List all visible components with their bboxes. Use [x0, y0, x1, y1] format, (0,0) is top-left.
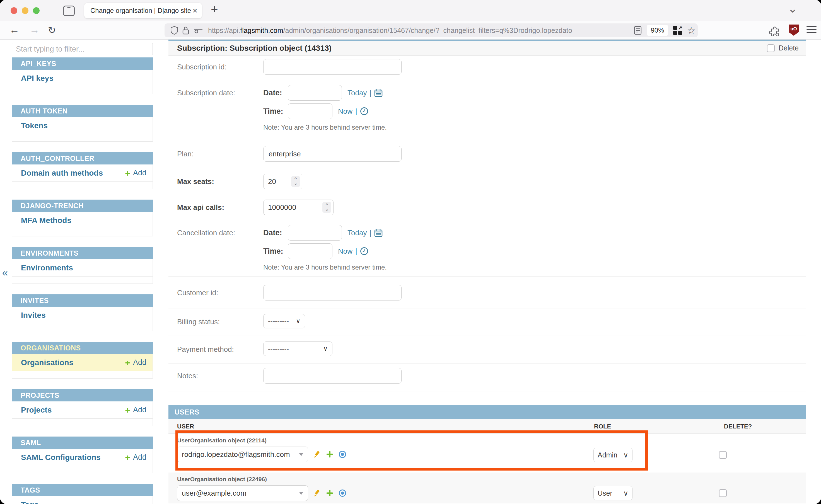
- edit-pencil-icon[interactable]: [312, 489, 321, 497]
- customer-id-input[interactable]: [263, 285, 401, 301]
- today-link[interactable]: Today: [347, 229, 367, 237]
- form-row-subscription-id: Subscription id:: [168, 56, 806, 81]
- section-header: PROJECTS: [12, 389, 153, 401]
- sidebar-item-saml-configurations[interactable]: SAML Configurations +Add: [12, 449, 153, 466]
- stepper-buttons[interactable]: ⌃⌄: [322, 202, 331, 213]
- page-content: « API_KEYS API keys AUTH TOKEN Tokens AU…: [0, 40, 821, 504]
- subscription-id-input[interactable]: [263, 59, 401, 75]
- sidebar-filter-input[interactable]: [12, 43, 153, 55]
- user-email-select[interactable]: rodrigo.lopezdato@flagsmith.com: [177, 447, 308, 462]
- close-tab-icon[interactable]: ×: [192, 6, 197, 15]
- notes-input[interactable]: [263, 368, 401, 384]
- sidebar-toggle-icon[interactable]: [63, 6, 75, 16]
- now-link[interactable]: Now: [338, 107, 352, 116]
- plan-input[interactable]: [263, 146, 401, 162]
- sidebar-section-projects: PROJECTS Projects +Add: [12, 389, 153, 426]
- stepper-down-icon[interactable]: ⌄: [294, 181, 297, 185]
- calendar-icon[interactable]: [374, 229, 382, 237]
- time-line: Time: Now |: [263, 103, 387, 119]
- sidebar-item-organisations[interactable]: Organisations +Add: [12, 354, 153, 371]
- section-spacer: [12, 371, 153, 379]
- billing-status-select[interactable]: --------- ∨: [263, 314, 305, 328]
- max-api-calls-stepper[interactable]: 1000000 ⌃⌄: [263, 200, 333, 215]
- date-line: Date: Today |: [263, 85, 387, 101]
- browser-window: Change organisation | Django site ad × +…: [0, 0, 821, 504]
- role-select[interactable]: Admin ∨: [594, 448, 633, 462]
- sidebar-item-tags[interactable]: Tags: [12, 496, 153, 504]
- sidebar-item-environments[interactable]: Environments: [12, 259, 153, 277]
- column-header-delete: DELETE?: [724, 419, 752, 434]
- delete-checkbox[interactable]: [767, 44, 775, 52]
- section-header: SAML: [12, 437, 153, 449]
- selected-user-email: user@example.com: [182, 489, 297, 498]
- bookmark-star-icon[interactable]: ☆: [687, 26, 696, 35]
- edit-pencil-icon[interactable]: [312, 450, 321, 459]
- website-settings-icon[interactable]: [193, 27, 203, 33]
- active-tab[interactable]: Change organisation | Django site ad ×: [84, 3, 202, 18]
- reader-view-icon[interactable]: [634, 26, 642, 35]
- clock-icon[interactable]: [360, 107, 368, 115]
- shortcuts-grid-icon[interactable]: ↗: [673, 26, 682, 35]
- sidebar-collapse-button[interactable]: «: [2, 267, 8, 279]
- reload-button[interactable]: ↻: [48, 25, 56, 36]
- ublock-origin-icon[interactable]: uO: [789, 25, 799, 36]
- sidebar-item-mfa-methods[interactable]: MFA Methods: [12, 212, 153, 229]
- subscription-date-input[interactable]: [288, 85, 342, 101]
- app-menu-icon[interactable]: [807, 26, 817, 33]
- sidebar-item-api-keys[interactable]: API keys: [12, 70, 153, 87]
- delete-user-checkbox[interactable]: [719, 451, 727, 459]
- new-tab-button[interactable]: +: [211, 2, 218, 16]
- delete-label: Delete: [779, 44, 799, 52]
- today-link[interactable]: Today: [347, 89, 367, 97]
- sidebar-item-projects[interactable]: Projects +Add: [12, 401, 153, 419]
- subscription-time-input[interactable]: [288, 103, 332, 119]
- now-link[interactable]: Now: [338, 247, 352, 256]
- sidebar-item-domain-auth-methods[interactable]: Domain auth methods +Add: [12, 164, 153, 182]
- sidebar-section-organisations: ORGANISATIONS Organisations +Add: [12, 342, 153, 379]
- address-bar[interactable]: https://api.flagsmith.com/admin/organisa…: [164, 23, 698, 37]
- role-select[interactable]: User ∨: [594, 486, 633, 500]
- view-eye-icon[interactable]: [338, 450, 346, 459]
- privacy-shield-icon[interactable]: [171, 26, 178, 35]
- close-window-button[interactable]: [11, 7, 17, 14]
- section-header: INVITES: [12, 294, 153, 307]
- delete-user-checkbox[interactable]: [719, 489, 727, 497]
- pipe: |: [355, 107, 357, 116]
- cancellation-date-input[interactable]: [288, 225, 342, 241]
- add-link[interactable]: +Add: [125, 169, 146, 178]
- zoom-window-button[interactable]: [33, 7, 40, 14]
- view-eye-icon[interactable]: [338, 489, 346, 497]
- stepper-buttons[interactable]: ⌃⌄: [291, 176, 300, 187]
- add-link[interactable]: +Add: [125, 453, 146, 462]
- payment-method-select[interactable]: --------- ∨: [263, 341, 332, 356]
- add-plus-icon[interactable]: [325, 489, 334, 497]
- form-row-max-api-calls: Max api calls: 1000000 ⌃⌄: [168, 195, 806, 221]
- back-button[interactable]: ←: [9, 24, 20, 36]
- field-label: Max api calls:: [177, 200, 263, 215]
- sidebar-item-invites[interactable]: Invites: [12, 307, 153, 324]
- field-label: Billing status:: [177, 314, 263, 329]
- section-spacer: [12, 419, 153, 426]
- stepper-down-icon[interactable]: ⌄: [325, 207, 329, 211]
- change-form: Subscription: Subscription object (14313…: [168, 40, 806, 504]
- minimize-window-button[interactable]: [22, 7, 28, 14]
- cancellation-time-input[interactable]: [288, 243, 332, 259]
- user-controls: rodrigo.lopezdato@flagsmith.com: [177, 447, 806, 462]
- page-zoom-badge[interactable]: 90%: [647, 25, 668, 36]
- sidebar-item-label: Tokens: [21, 121, 48, 130]
- pipe: |: [355, 247, 357, 256]
- max-seats-stepper[interactable]: 20 ⌃⌄: [263, 174, 302, 189]
- forward-button[interactable]: →: [30, 24, 40, 36]
- add-link[interactable]: +Add: [125, 406, 146, 415]
- add-link[interactable]: +Add: [125, 358, 146, 367]
- sidebar-item-tokens[interactable]: Tokens: [12, 117, 153, 134]
- url-domain: flagsmith.com: [240, 26, 283, 34]
- clock-icon[interactable]: [360, 247, 368, 255]
- user-email-select[interactable]: user@example.com: [177, 485, 308, 501]
- extensions-puzzle-icon[interactable]: [769, 25, 780, 36]
- section-spacer: [12, 229, 153, 236]
- tab-overview-chevron-icon[interactable]: ⌄: [788, 2, 798, 15]
- chevron-down-icon: ∨: [623, 451, 628, 459]
- add-plus-icon[interactable]: [325, 450, 334, 459]
- calendar-icon[interactable]: [374, 89, 382, 97]
